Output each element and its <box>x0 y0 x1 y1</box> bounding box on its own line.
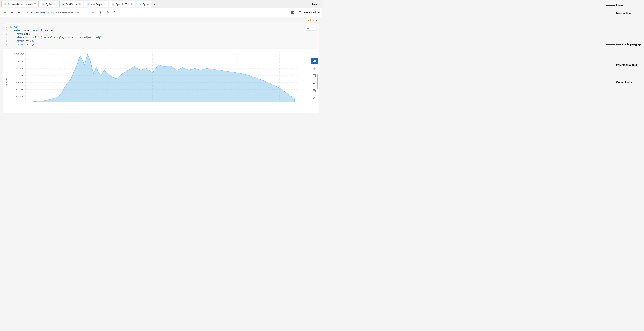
stop-button[interactable] <box>9 10 15 15</box>
spin-icon: ↻ <box>10 26 14 28</box>
save-button[interactable] <box>311 88 318 94</box>
nav-down-arrow[interactable]: ∨ <box>316 19 318 22</box>
code-line-5: 5 group by age <box>3 40 319 43</box>
sparkjobtest-tab-icon: ◈ <box>112 3 114 6</box>
svg-rect-48 <box>314 60 315 62</box>
more-options-button[interactable]: ⋮ <box>84 10 89 15</box>
line-num-4: 4 <box>3 36 10 39</box>
bar-chart-icon <box>313 59 316 62</box>
note-toolbar-label: Note toolbar <box>304 11 320 14</box>
svg-text:73.50: 73.50 <box>16 74 24 76</box>
table-icon <box>313 52 316 55</box>
bar-chart-button[interactable] <box>311 58 318 64</box>
line-num-2: 2 <box>3 29 10 32</box>
tab-sparkjobtest-close[interactable]: ✕ <box>131 3 133 5</box>
status-check-icon: ✓ <box>26 11 29 14</box>
tab-multioutput-label: MultiOutput <box>91 3 102 6</box>
fold-icon-6[interactable]: ⊟ <box>10 43 14 46</box>
save-icon <box>313 89 316 92</box>
code-line-2: 2 ⊟ select age, count(1) value <box>3 29 319 32</box>
layout-button[interactable] <box>290 10 296 15</box>
output-scrollbar[interactable] <box>317 74 318 88</box>
search-nav: ▲ 2 ∧ ∨ <box>3 19 319 22</box>
tab-python-close[interactable]: ✕ <box>54 3 56 5</box>
svg-text:42.00: 42.00 <box>16 96 24 98</box>
svg-text:52.50: 52.50 <box>16 88 24 91</box>
status-paragraph-link[interactable]: paragraph 2 <box>40 11 52 14</box>
tab-overflow-button[interactable]: ▾ <box>152 1 157 7</box>
line-num-1: 1 <box>3 26 10 28</box>
svg-rect-47 <box>313 61 314 62</box>
expand-button[interactable] <box>311 73 318 79</box>
tab-spark-basic[interactable]: ◈ 2. Spark Basic Features ✕ <box>2 1 38 8</box>
settings-eq-button[interactable] <box>98 10 103 15</box>
tab-python[interactable]: ◈ Python ✕ <box>39 1 59 8</box>
equalizer-icon <box>99 11 102 14</box>
status-text: Finished <box>30 11 38 14</box>
code-paragraph-toolbar: ⋮ <box>305 25 317 30</box>
chart-inner: 105.00 94.50 84.00 73.50 63.00 52.50 42.… <box>8 52 310 111</box>
tab-testpython-close[interactable]: ✕ <box>79 3 81 5</box>
gear-button[interactable]: ⚙ <box>105 10 110 15</box>
code-content-3: from bank <box>14 33 30 36</box>
svg-rect-13 <box>291 11 294 12</box>
tab-sparkjobtest-label: SparkJobTest <box>116 3 130 6</box>
tab-testpython-label: TestPython <box>66 3 78 6</box>
status-detail: (State Viewer synced) <box>53 11 76 14</box>
svg-rect-43 <box>313 52 316 55</box>
expand-icon <box>313 74 316 78</box>
python2-tab-icon: ◈ <box>139 3 142 6</box>
tab-python2-label: Pytho <box>143 3 148 6</box>
nav-up-arrow[interactable]: ∧ <box>313 19 314 22</box>
svg-point-11 <box>114 11 116 13</box>
line-chart-icon <box>313 82 316 85</box>
tab-multioutput-close[interactable]: ✕ <box>104 3 106 5</box>
fold-icon-2[interactable]: ⊟ <box>10 29 14 31</box>
search-icon <box>113 11 116 14</box>
wrench-icon <box>313 97 316 100</box>
tab-testpython[interactable]: ◈ TestPython ✕ <box>60 1 83 8</box>
tab-python2[interactable]: ◈ Pytho <box>136 1 151 8</box>
code-line-1: 1 ↻ %sql <box>3 25 319 29</box>
folder-button[interactable] <box>90 10 96 15</box>
list-button[interactable]: ☰ <box>297 10 302 15</box>
svg-line-56 <box>313 98 314 99</box>
code-editor: ⋮ 1 ↻ %sql 2 ⊟ select age, count(1) valu… <box>3 23 319 49</box>
svg-point-10 <box>100 13 101 14</box>
svg-line-12 <box>115 13 116 14</box>
paragraph-container: ⋮ 1 ↻ %sql 2 ⊟ select age, count(1) valu… <box>3 23 319 113</box>
stop-icon <box>11 11 13 14</box>
add-paragraph-icon <box>18 11 20 14</box>
chart-wrapper: value(sum) <box>4 51 310 111</box>
svg-text:84.00: 84.00 <box>16 67 24 70</box>
svg-text:105.00: 105.00 <box>14 53 24 55</box>
folder-icon <box>92 11 95 14</box>
svg-text:94.50: 94.50 <box>16 60 24 62</box>
code-content-2: select age, count(1) value <box>14 29 52 32</box>
run-icon <box>4 11 6 14</box>
code-line-3: 3 from bank <box>3 32 319 36</box>
tab-multioutput[interactable]: ◈ MultiOutput ✕ <box>84 1 108 8</box>
output-settings-button[interactable] <box>311 95 318 102</box>
tab-sparkjobtest[interactable]: ◈ SparkJobTest ✕ <box>109 1 136 8</box>
code-line-6: 6 ⊟ order by age <box>3 43 319 46</box>
line-num-3: 3 <box>3 33 10 35</box>
svg-rect-19 <box>308 26 308 27</box>
code-content-4: where marital="${marital=single,single|d… <box>14 36 102 39</box>
table-view-button[interactable] <box>311 50 318 57</box>
tab-spark-close[interactable]: ✕ <box>34 3 36 5</box>
paragraph-settings-icon[interactable] <box>306 26 310 30</box>
line-chart-button[interactable] <box>311 80 318 86</box>
add-paragraph-button[interactable] <box>16 10 22 15</box>
note-toolbar: ✓ Finished paragraph 2 (State Viewer syn… <box>0 8 322 17</box>
code-content-1: %sql <box>14 26 20 28</box>
paragraph-menu-button[interactable]: ⋮ <box>311 26 315 30</box>
chart-svg: 105.00 94.50 84.00 73.50 63.00 52.50 42.… <box>8 52 310 108</box>
python-tab-icon: ◈ <box>42 3 45 6</box>
code-content-5: group by age <box>14 40 34 42</box>
run-button[interactable] <box>2 10 8 15</box>
column-chart-button[interactable] <box>311 65 318 72</box>
code-line-4: 4 where marital="${marital=single,single… <box>3 36 319 40</box>
search-button[interactable] <box>112 10 118 15</box>
svg-rect-14 <box>291 12 293 13</box>
